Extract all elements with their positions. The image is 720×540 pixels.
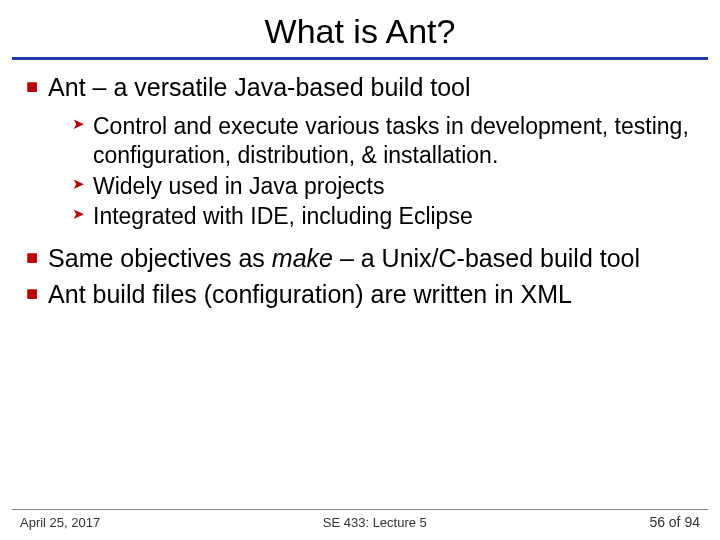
slide-title: What is Ant? (0, 12, 720, 51)
footer-divider (12, 509, 708, 510)
bullet-3: ■ Ant build files (configuration) are wr… (26, 279, 694, 309)
square-bullet-icon: ■ (26, 72, 38, 102)
sub-bullet-list: ➤ Control and execute various tasks in d… (26, 108, 694, 239)
title-underline (12, 57, 708, 60)
arrow-bullet-icon: ➤ (72, 202, 85, 231)
sub-bullet-1-text: Control and execute various tasks in dev… (93, 112, 694, 170)
bullet-2-text-make: make (272, 244, 333, 272)
square-bullet-icon: ■ (26, 243, 38, 273)
sub-bullet-3-text: Integrated with IDE, including Eclipse (93, 202, 473, 231)
footer-page-number: 56 of 94 (649, 514, 700, 530)
sub-bullet-3: ➤ Integrated with IDE, including Eclipse (72, 202, 694, 231)
sub-bullet-2: ➤ Widely used in Java projects (72, 172, 694, 201)
footer-date: April 25, 2017 (20, 515, 100, 530)
slide-footer: April 25, 2017 SE 433: Lecture 5 56 of 9… (0, 509, 720, 530)
footer-course: SE 433: Lecture 5 (323, 515, 427, 530)
bullet-3-text: Ant build files (configuration) are writ… (48, 279, 572, 309)
slide-body: ■ Ant – a versatile Java-based build too… (0, 72, 720, 309)
bullet-1: ■ Ant – a versatile Java-based build too… (26, 72, 694, 102)
bullet-1-text: Ant – a versatile Java-based build tool (48, 72, 470, 102)
bullet-2: ■ Same objectives as make – a Unix/C-bas… (26, 243, 694, 273)
sub-bullet-2-text: Widely used in Java projects (93, 172, 384, 201)
bullet-2-text-c: – a Unix/C-based build tool (333, 244, 640, 272)
arrow-bullet-icon: ➤ (72, 112, 85, 170)
arrow-bullet-icon: ➤ (72, 172, 85, 201)
bullet-2-text-a: Same objectives as (48, 244, 272, 272)
bullet-2-text: Same objectives as make – a Unix/C-based… (48, 243, 640, 273)
square-bullet-icon: ■ (26, 279, 38, 309)
sub-bullet-1: ➤ Control and execute various tasks in d… (72, 112, 694, 170)
